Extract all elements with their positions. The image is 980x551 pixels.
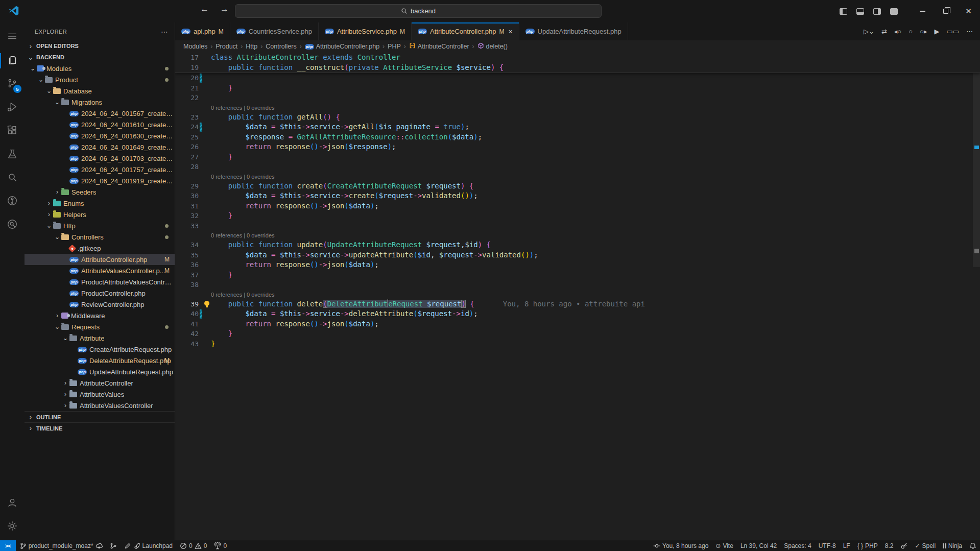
code-line-36[interactable]: 36 return response()->json($data); — [175, 260, 980, 270]
tree-item-2024-06-24-001630-create-attri-[interactable]: php2024_06_24_001630_create_attri... — [25, 130, 175, 141]
status-vite[interactable]: ⊙Vite — [712, 540, 737, 551]
activity-bar-menu[interactable] — [0, 26, 25, 49]
status-spell-checker[interactable]: ✓Spell — [911, 540, 939, 551]
status-git-branch[interactable]: product_module_moaz* — [16, 540, 106, 551]
codelens-references[interactable]: 0 references | 0 overrides — [175, 231, 980, 240]
code-line-33[interactable]: 33 — [175, 221, 980, 231]
activity-bar-search[interactable] — [0, 166, 25, 190]
status-language-mode[interactable]: { }PHP — [854, 540, 881, 551]
code-line-34[interactable]: 34 public function update(UpdateAttribut… — [175, 240, 980, 250]
activity-bar-source-control[interactable]: 5 — [0, 73, 25, 96]
code-line-40[interactable]: 40 $data = $this->service->deleteAttribu… — [175, 309, 980, 319]
tab-updateattributerequest-php[interactable]: phpUpdateAttributeRequest.php — [519, 22, 628, 40]
code-line-24[interactable]: 24 $data = $this->service->getAll($is_pa… — [175, 122, 980, 132]
code-line-27[interactable]: 27 } — [175, 152, 980, 162]
nav-forward-button[interactable]: → — [220, 4, 229, 14]
open-changes-icon[interactable]: ⇄ — [881, 28, 887, 35]
tab-attributecontroller-php[interactable]: phpAttributeController.phpM× — [412, 22, 519, 40]
status-problems[interactable]: 00 — [176, 540, 210, 551]
tree-item-productcontroller-php[interactable]: phpProductController.php — [25, 288, 175, 299]
status-remote[interactable]: >< — [0, 540, 16, 551]
tree-item-attributevaluescontroller-p-[interactable]: phpAttributeValuesController.p...M — [25, 265, 175, 276]
tree-item-helpers[interactable]: ›Helpers — [25, 209, 175, 220]
codelens-references[interactable]: 0 references | 0 overrides — [175, 290, 980, 299]
tree-item-createattributerequest-php[interactable]: phpCreateAttributeRequest.php — [25, 344, 175, 355]
section-timeline[interactable]: ›TIMELINE — [25, 422, 175, 434]
code-line-38[interactable]: 38 — [175, 280, 980, 290]
tree-item-attribute[interactable]: ⌄Attribute — [25, 332, 175, 344]
breadcrumb-item-delete-[interactable]: delete() — [477, 42, 508, 51]
more-actions-icon[interactable]: ⋯ — [966, 28, 973, 35]
status-ninja[interactable]: Ninja — [939, 540, 966, 551]
toggle-panel-icon[interactable] — [856, 8, 864, 15]
status-notifications[interactable] — [966, 540, 980, 551]
close-button[interactable]: ✕ — [957, 0, 980, 22]
codelens-references[interactable]: 0 references | 0 overrides — [175, 103, 980, 112]
tree-item-product[interactable]: ⌄Product — [25, 74, 175, 85]
codelens-references[interactable]: 0 references | 0 overrides — [175, 172, 980, 181]
code-line-22[interactable]: 22 — [175, 93, 980, 103]
tab-close-icon[interactable]: × — [508, 28, 512, 36]
breadcrumb-item-attributecontroller-php[interactable]: phpAttributeController.php — [305, 43, 379, 50]
tree-item-migrations[interactable]: ⌄Migrations — [25, 97, 175, 108]
tree-item-modules[interactable]: ⌄Modules — [25, 63, 175, 74]
breadcrumb-item-modules[interactable]: Modules — [183, 43, 207, 50]
breadcrumb-item-php[interactable]: PHP — [388, 43, 401, 50]
activity-bar-settings[interactable] — [0, 515, 25, 539]
tree-item-productattributevaluescontroller-[interactable]: phpProductAttributeValuesController... — [25, 276, 175, 288]
code-line-32[interactable]: 32 } — [175, 211, 980, 221]
status-eol[interactable]: LF — [840, 540, 854, 551]
tree-item-attributecontroller[interactable]: ›AttributeController — [25, 377, 175, 389]
tree-item-2024-06-24-001610-create-prod-[interactable]: php2024_06_24_001610_create_prod... — [25, 119, 175, 130]
code-line-35[interactable]: 35 $data = $this->service->updateAttribu… — [175, 250, 980, 260]
status-cursor-position[interactable]: Ln 39, Col 42 — [737, 540, 780, 551]
activity-bar-extensions[interactable] — [0, 119, 25, 143]
status-blame-status[interactable]: You, 8 hours ago — [650, 540, 712, 551]
breadcrumb-item-attributecontroller[interactable]: AttributeController — [409, 42, 469, 51]
section-open-editors[interactable]: ›OPEN EDITORS — [25, 40, 175, 52]
code-line-28[interactable]: 28 — [175, 162, 980, 172]
customize-layout-icon[interactable] — [890, 8, 898, 15]
tree-item-requests[interactable]: ⌄Requests — [25, 321, 175, 332]
code-line-37[interactable]: 37 } — [175, 270, 980, 280]
minimize-button[interactable] — [911, 0, 934, 22]
code-line-39[interactable]: 39 public function delete(DeleteAttribut… — [175, 299, 980, 309]
code-line-43[interactable]: 43} — [175, 339, 980, 349]
run-php-icon[interactable]: ▷⌄ — [864, 28, 874, 35]
next-change-icon[interactable]: ○▸ — [920, 28, 927, 35]
activity-bar-testing[interactable] — [0, 143, 25, 166]
section-root-folder[interactable]: ⌄BACKEND — [25, 52, 175, 63]
activity-bar-gitlens-inspect[interactable] — [0, 213, 25, 237]
command-center-search[interactable]: backend — [235, 4, 602, 18]
tab-api-php[interactable]: phpapi.phpM — [175, 22, 230, 40]
section-outline[interactable]: ›OUTLINE — [25, 411, 175, 422]
tree-item-attributevalues[interactable]: ›AttributeValues — [25, 389, 175, 400]
status-launchpad[interactable]: Launchpad — [121, 540, 176, 551]
explorer-more-actions-icon[interactable]: ⋯ — [161, 28, 169, 36]
toggle-primary-sidebar-icon[interactable] — [840, 8, 847, 15]
breadcrumb-item-product[interactable]: Product — [216, 43, 237, 50]
toggle-secondary-sidebar-icon[interactable] — [873, 8, 881, 15]
tree-item-enums[interactable]: ›Enums — [25, 198, 175, 209]
status-encoding[interactable]: UTF-8 — [815, 540, 840, 551]
overview-ruler[interactable] — [973, 53, 980, 540]
status-commit-graph[interactable] — [106, 540, 121, 551]
breadcrumb-item-http[interactable]: Http — [246, 43, 257, 50]
tree-item-seeders[interactable]: ›Seeders — [25, 186, 175, 198]
code-line-29[interactable]: 29 public function create(CreateAttribut… — [175, 181, 980, 191]
activity-bar-run-and-debug[interactable] — [0, 96, 25, 119]
code-line-42[interactable]: 42 } — [175, 329, 980, 339]
code-line-19[interactable]: 19 public function __construct(private A… — [175, 63, 980, 73]
activity-bar-gitlens[interactable] — [0, 190, 25, 213]
tree-item--gitkeep[interactable]: .gitkeep — [25, 243, 175, 254]
code-line-25[interactable]: 25 $response = GetAllAttributeResource::… — [175, 132, 980, 142]
tree-item-database[interactable]: ⌄Database — [25, 85, 175, 97]
previous-change-icon[interactable]: ◂○ — [894, 28, 901, 35]
tree-item-controllers[interactable]: ⌄Controllers — [25, 231, 175, 243]
tab-countriesservice-php[interactable]: phpCountriesService.php — [230, 22, 319, 40]
status-intelephense-key[interactable] — [897, 540, 911, 551]
status-ports[interactable]: 0 — [210, 540, 230, 551]
tree-item-2024-06-24-001649-create-attri-[interactable]: php2024_06_24_001649_create_attri... — [25, 141, 175, 153]
code-line-31[interactable]: 31 return response()->json($data); — [175, 201, 980, 211]
tree-item-2024-06-24-001919-create-revie-[interactable]: php2024_06_24_001919_create_revie... — [25, 175, 175, 186]
